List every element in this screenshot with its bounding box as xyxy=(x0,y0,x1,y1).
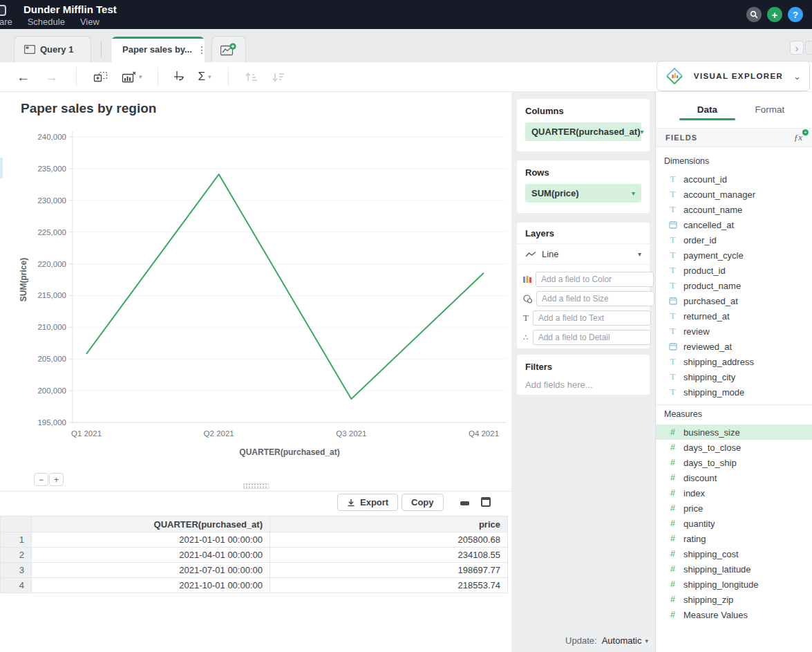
help-button[interactable]: ? xyxy=(788,7,803,22)
dimension-item[interactable]: T shipping_mode xyxy=(656,384,812,400)
filters-placeholder[interactable]: Add fields here... xyxy=(525,380,641,390)
panel-resize-handle[interactable] xyxy=(243,483,269,489)
dropdown-caret-icon: ▾ xyxy=(208,73,211,80)
cell-price: 234108.55 xyxy=(270,548,508,563)
field-label: returned_at xyxy=(683,311,730,322)
add-button[interactable]: + xyxy=(767,7,782,22)
tab-paper-sales[interactable]: Paper sales by... ⋮ xyxy=(111,36,205,62)
menu-item-share[interactable]: Share xyxy=(0,17,12,27)
number-type-icon: # xyxy=(668,610,677,620)
add-worksheet-button[interactable] xyxy=(93,71,108,83)
zoom-in-button[interactable]: + xyxy=(49,473,64,486)
tab-scroll-right-button[interactable]: › xyxy=(790,41,804,55)
measure-item[interactable]: # price xyxy=(656,501,812,516)
dimension-item[interactable]: T shipping_city xyxy=(656,369,812,384)
tab-menu-kebab-icon[interactable]: ⋮ xyxy=(197,44,205,55)
tab-query-1[interactable]: Query 1 xyxy=(14,36,91,62)
field-label: rating xyxy=(683,534,706,544)
menu-item-view[interactable]: View xyxy=(80,17,100,27)
dimension-item[interactable]: T reviewed_at xyxy=(656,339,812,354)
cell-quarter: 2021-04-01 00:00:00 xyxy=(32,548,270,563)
text-type-icon: T xyxy=(668,205,677,215)
measure-item[interactable]: # shipping_longitude xyxy=(656,577,812,592)
dimension-item[interactable]: T product_name xyxy=(656,278,812,293)
update-mode-dropdown[interactable]: Automatic ▾ xyxy=(602,635,648,646)
rows-pill[interactable]: SUM(price) ▾ xyxy=(525,184,641,203)
dimension-item[interactable]: T order_id xyxy=(656,232,812,248)
number-type-icon: # xyxy=(668,458,677,467)
text-field-input[interactable] xyxy=(533,310,651,326)
field-explorer-panel: Data Format FIELDS ƒx+ Dimensions T xyxy=(655,92,812,652)
tab-bar: Query 1 Paper sales by... ⋮ › xyxy=(0,29,812,62)
measure-item[interactable]: # shipping_cost xyxy=(656,546,812,561)
rows-shelf: Rows SUM(price) ▾ xyxy=(517,160,650,213)
chart-title: Paper sales by region xyxy=(21,101,156,116)
column-header-quarter[interactable]: QUARTER(purchased_at) xyxy=(32,516,270,532)
undo-button[interactable]: ← xyxy=(17,71,30,84)
dimension-item[interactable]: T account_id xyxy=(656,171,812,187)
create-calculated-field-button[interactable]: ƒx+ xyxy=(794,132,802,143)
dimension-item[interactable]: T account_manager xyxy=(656,187,812,202)
cell-price: 218553.74 xyxy=(270,578,508,593)
dimension-item[interactable]: T returned_at xyxy=(656,308,812,324)
update-label: Update: xyxy=(565,635,597,646)
cell-quarter: 2021-01-01 00:00:00 xyxy=(32,532,270,548)
mark-type-dropdown[interactable]: Line ▾ xyxy=(517,244,650,265)
measure-item[interactable]: # shipping_latitude xyxy=(656,561,812,577)
field-label: order_id xyxy=(683,235,717,245)
text-slot: T xyxy=(517,309,650,327)
visual-explorer-selector[interactable]: VISUAL EXPLORER ⌄ xyxy=(657,61,810,91)
measure-item[interactable]: # days_to_ship xyxy=(656,455,812,470)
sort-ascending-button[interactable] xyxy=(245,72,257,82)
menu-item-schedule[interactable]: Schedule xyxy=(28,17,65,27)
detail-field-input[interactable] xyxy=(533,330,651,345)
tab-format[interactable]: Format xyxy=(749,100,791,118)
active-tab-underline xyxy=(679,118,735,120)
size-field-input[interactable] xyxy=(536,291,654,306)
measure-item[interactable]: # quantity xyxy=(656,516,812,531)
color-field-input[interactable] xyxy=(536,272,654,287)
clear-chart-button[interactable]: ▾ xyxy=(122,71,142,83)
export-button[interactable]: Export xyxy=(337,494,398,511)
tab-data[interactable]: Data xyxy=(679,100,735,118)
dimension-item[interactable]: T purchased_at xyxy=(656,293,812,308)
collapse-results-button[interactable] xyxy=(460,501,469,505)
add-box-icon xyxy=(93,71,108,83)
column-header-price[interactable]: price xyxy=(270,516,508,532)
svg-text:Q1 2021: Q1 2021 xyxy=(71,429,102,438)
measure-item[interactable]: # days_to_close xyxy=(656,440,812,455)
number-type-icon: # xyxy=(668,473,677,483)
field-label: account_id xyxy=(683,174,727,185)
search-icon xyxy=(750,10,758,19)
size-slot xyxy=(517,290,650,308)
measure-item[interactable]: # Measure Values xyxy=(656,607,812,622)
dimension-item[interactable]: T shipping_address xyxy=(656,354,812,369)
copy-button[interactable]: Copy xyxy=(402,494,444,511)
measures-label: Measures xyxy=(664,409,702,419)
measure-item[interactable]: # discount xyxy=(656,470,812,485)
measure-item[interactable]: # index xyxy=(656,485,812,501)
mark-type-label: Line xyxy=(542,249,559,259)
aggregate-button[interactable]: Σ ▾ xyxy=(198,70,211,84)
redo-button[interactable]: → xyxy=(45,71,58,84)
expand-results-button[interactable] xyxy=(481,497,491,507)
measure-item[interactable]: # rating xyxy=(656,531,812,546)
dimension-item[interactable]: T cancelled_at xyxy=(656,217,812,232)
number-type-icon: # xyxy=(668,519,677,528)
measure-item[interactable]: # business_size xyxy=(656,425,812,440)
text-type-icon: T xyxy=(668,311,677,322)
search-button[interactable] xyxy=(746,7,762,22)
new-visualization-tab[interactable] xyxy=(211,36,246,62)
swap-axes-button[interactable] xyxy=(173,71,186,83)
measure-item[interactable]: # shipping_zip xyxy=(656,592,812,607)
sort-descending-button[interactable] xyxy=(272,72,284,82)
dimension-item[interactable]: T account_name xyxy=(656,202,812,217)
measures-list: # business_size # days_to_close # days_t… xyxy=(656,425,812,622)
zoom-out-button[interactable]: − xyxy=(34,473,48,486)
dimension-item[interactable]: T payment_cycle xyxy=(656,248,812,263)
table-row: 4 2021-10-01 00:00:00 218553.74 xyxy=(1,578,508,593)
line-chart[interactable]: 195,000200,000205,000210,000215,000220,0… xyxy=(0,123,511,469)
columns-pill[interactable]: QUARTER(purchased_at) ▾ xyxy=(525,122,641,141)
dimension-item[interactable]: T review xyxy=(656,324,812,339)
dimension-item[interactable]: T product_id xyxy=(656,263,812,278)
